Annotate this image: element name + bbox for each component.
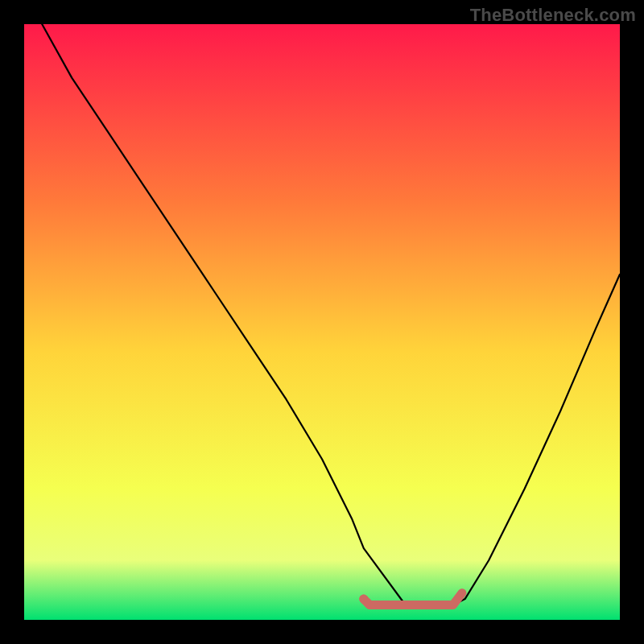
chart-svg xyxy=(24,24,620,620)
watermark-text: TheBottleneck.com xyxy=(470,5,636,26)
gradient-background xyxy=(24,24,620,620)
chart-container: TheBottleneck.com xyxy=(0,0,644,644)
plot-area xyxy=(24,24,620,620)
